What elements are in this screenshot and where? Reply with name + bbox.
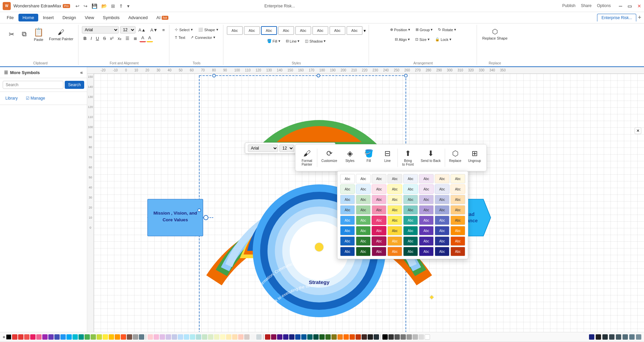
swatch-2-5[interactable]: Abc bbox=[403, 184, 418, 194]
library-link[interactable]: Library bbox=[3, 95, 20, 102]
color-swatch-red3[interactable] bbox=[24, 334, 30, 340]
export-button[interactable]: ⇑ bbox=[118, 3, 124, 9]
select-button[interactable]: ⊹Select▾ bbox=[173, 26, 195, 33]
dark-swatch-6[interactable] bbox=[623, 334, 628, 340]
color-light-2[interactable] bbox=[154, 334, 159, 340]
color-light-14[interactable] bbox=[226, 334, 231, 340]
left-box[interactable]: Mission , Vision, and Core Values bbox=[148, 199, 214, 236]
color-light-10[interactable] bbox=[202, 334, 207, 340]
color-black-1[interactable] bbox=[382, 334, 388, 340]
undo-button[interactable]: ↩ bbox=[74, 3, 81, 9]
text-button[interactable]: TText bbox=[173, 34, 187, 41]
swatch-6-4[interactable]: Abc bbox=[387, 226, 402, 235]
menu-symbols[interactable]: Symbols bbox=[99, 14, 124, 21]
swatch-3-1[interactable]: Abc bbox=[340, 195, 355, 204]
style-swatch-4[interactable]: Abc bbox=[278, 26, 294, 35]
dark-swatch-2[interactable] bbox=[596, 334, 601, 340]
swatch-7-1[interactable]: Abc bbox=[340, 236, 355, 246]
swatch-2-2[interactable]: Abc bbox=[356, 184, 371, 194]
format-painter-button[interactable]: 🖌 Format Painter bbox=[47, 27, 75, 42]
close-button[interactable]: ✕ bbox=[637, 3, 641, 9]
swatch-2-8[interactable]: Abc bbox=[450, 184, 465, 194]
swatch-8-5[interactable]: Abc bbox=[403, 247, 418, 256]
options-button[interactable]: Options bbox=[597, 3, 611, 9]
color-light-15[interactable] bbox=[232, 334, 237, 340]
color-swatch-green2[interactable] bbox=[91, 334, 96, 340]
line-button[interactable]: ⊟Line▾ bbox=[284, 38, 302, 45]
swatch-3-5[interactable]: Abc bbox=[403, 195, 418, 204]
save-button[interactable]: 💾 bbox=[90, 3, 99, 9]
swatch-4-4[interactable]: Abc bbox=[387, 205, 402, 215]
color-swatch-indigo[interactable] bbox=[54, 334, 60, 340]
canvas-area[interactable]: -20-100102030405060708090100110120130140… bbox=[87, 67, 644, 332]
style-swatch-8[interactable]: Abc bbox=[346, 26, 363, 35]
color-swatch-green1[interactable] bbox=[85, 334, 90, 340]
font-size-select[interactable]: 12 bbox=[120, 26, 136, 34]
bullet-list-button[interactable]: ≣ bbox=[132, 35, 139, 42]
color-grey-3[interactable] bbox=[400, 334, 406, 340]
collapse-panel-button[interactable]: ✕ bbox=[635, 127, 641, 134]
color-dark-9[interactable] bbox=[313, 334, 319, 340]
swatch-6-8[interactable]: Abc bbox=[450, 226, 465, 235]
color-light-9[interactable] bbox=[196, 334, 201, 340]
color-grey-6[interactable] bbox=[419, 334, 424, 340]
swatch-3-2[interactable]: Abc bbox=[356, 195, 371, 204]
float-size-select[interactable]: 12 bbox=[279, 145, 294, 152]
color-light-19[interactable] bbox=[256, 334, 262, 340]
swatch-5-3[interactable]: Abc bbox=[372, 216, 386, 225]
redo-button[interactable]: ↪ bbox=[82, 3, 89, 9]
shape-button[interactable]: ⬜Shape▾ bbox=[196, 26, 220, 33]
swatch-5-5[interactable]: Abc bbox=[403, 216, 418, 225]
color-dark-4[interactable] bbox=[283, 334, 288, 340]
lock-button[interactable]: 🔒Lock▾ bbox=[433, 36, 453, 43]
group-button[interactable]: ⊞Group▾ bbox=[414, 26, 435, 33]
color-light-11[interactable] bbox=[208, 334, 213, 340]
color-light-7[interactable] bbox=[184, 334, 189, 340]
color-swatch-green3[interactable] bbox=[97, 334, 102, 340]
menu-insert[interactable]: Insert bbox=[39, 14, 58, 21]
minimize-button[interactable]: ─ bbox=[619, 3, 622, 9]
swatch-6-1[interactable]: Abc bbox=[340, 226, 355, 235]
color-dark-15[interactable] bbox=[350, 334, 355, 340]
paste-button[interactable]: 📋 Paste bbox=[32, 26, 46, 43]
font-color-button[interactable]: A bbox=[140, 34, 146, 42]
color-swatch-amber[interactable] bbox=[109, 334, 114, 340]
swatch-4-6[interactable]: Abc bbox=[419, 205, 434, 215]
swatch-2-3[interactable]: Abc bbox=[372, 184, 386, 194]
swatch-8-7[interactable]: Abc bbox=[435, 247, 449, 256]
color-swatch-brown[interactable] bbox=[127, 334, 132, 340]
color-dark-12[interactable] bbox=[331, 334, 337, 340]
swatch-1-8[interactable]: Abc bbox=[450, 174, 465, 183]
swatch-4-2[interactable]: Abc bbox=[356, 205, 371, 215]
menu-file[interactable]: File bbox=[3, 14, 18, 21]
swatch-7-4[interactable]: Abc bbox=[387, 236, 402, 246]
color-swatch-purple2[interactable] bbox=[48, 334, 54, 340]
color-swatch-purple1[interactable] bbox=[42, 334, 48, 340]
dark-swatch-7[interactable] bbox=[629, 334, 635, 340]
connector-button[interactable]: ↗Connector▾ bbox=[189, 34, 217, 41]
highlight-button[interactable]: A bbox=[147, 34, 153, 42]
size-button[interactable]: ⊡Size▾ bbox=[413, 36, 431, 43]
color-dark-13[interactable] bbox=[337, 334, 343, 340]
swatch-5-2[interactable]: Abc bbox=[356, 216, 371, 225]
swatch-5-8[interactable]: Abc bbox=[450, 216, 465, 225]
color-light-17[interactable] bbox=[244, 334, 250, 340]
dark-swatch-8[interactable] bbox=[636, 334, 641, 340]
font-size-down-button[interactable]: A▼ bbox=[149, 26, 159, 34]
text-align-button[interactable]: ≡ bbox=[161, 26, 167, 34]
list-button[interactable]: ☰ bbox=[124, 35, 131, 42]
color-light-1[interactable] bbox=[148, 334, 153, 340]
copy-button[interactable]: ⧉ bbox=[18, 29, 30, 40]
color-light-8[interactable] bbox=[190, 334, 195, 340]
swatch-2-4[interactable]: Abc bbox=[387, 184, 402, 194]
swatch-8-2[interactable]: Abc bbox=[356, 247, 371, 256]
style-swatch-5[interactable]: Abc bbox=[295, 26, 311, 35]
color-light-5[interactable] bbox=[172, 334, 177, 340]
italic-button[interactable]: I bbox=[89, 35, 94, 42]
maximize-button[interactable]: ▭ bbox=[628, 3, 632, 9]
style-swatch-6[interactable]: Abc bbox=[312, 26, 328, 35]
tab-enterprise[interactable]: Enterprise Risk... bbox=[597, 14, 636, 21]
menu-ai[interactable]: AI hot bbox=[152, 14, 172, 21]
color-light-4[interactable] bbox=[166, 334, 171, 340]
search-button[interactable]: Search bbox=[65, 81, 84, 89]
